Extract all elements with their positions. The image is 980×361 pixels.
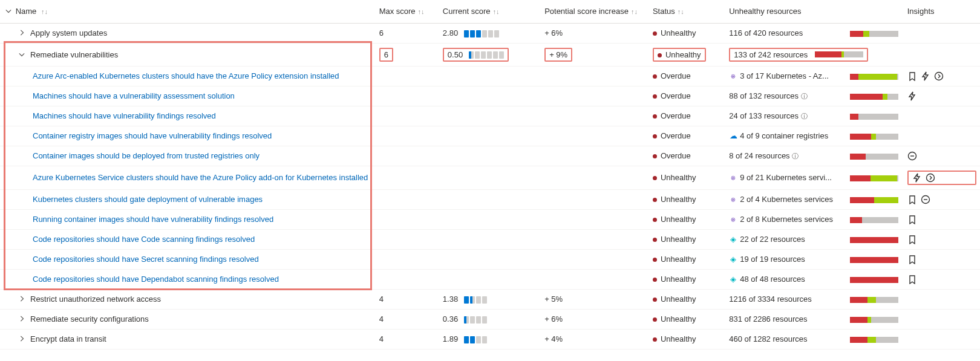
sort-icon: ↑↓ [39, 8, 48, 15]
info-icon[interactable]: ⓘ [792, 152, 799, 160]
col-header-name[interactable]: Name ↑↓ [0, 0, 376, 23]
recommendation-row[interactable]: Code repositories should have Secret sca… [0, 249, 980, 269]
status-cell: Unhealthy [649, 209, 725, 229]
bookmark-icon[interactable] [907, 195, 917, 204]
score-bar [464, 30, 499, 37]
info-icon[interactable]: ⓘ [801, 112, 808, 120]
status-cell: Overdue [649, 66, 725, 86]
group-name-label: Restrict unauthorized network access [30, 294, 161, 304]
chevron-right-icon[interactable] [17, 28, 27, 37]
col-header-max[interactable]: Max score↑↓ [376, 0, 439, 23]
current-score-cell: 1.89 [439, 329, 541, 349]
recommendation-link[interactable]: Container registry images should have vu… [33, 131, 272, 140]
score-bar [464, 316, 487, 324]
status-dot-icon [653, 176, 657, 180]
highlighted-potential: + 9% [544, 48, 572, 62]
group-name-label: Apply system updates [30, 28, 107, 37]
resource-bar [850, 154, 898, 160]
resource-bar [850, 134, 898, 140]
flash-icon[interactable] [921, 71, 930, 81]
circle-minus-icon[interactable] [907, 151, 917, 161]
max-score-cell: 4 [376, 309, 439, 329]
recommendation-link[interactable]: Code repositories should have Dependabot… [33, 275, 279, 284]
recommendation-link[interactable]: Azure Arc-enabled Kubernetes clusters sh… [33, 71, 339, 80]
col-header-current[interactable]: Current score↑↓ [439, 0, 541, 23]
info-icon[interactable]: ⓘ [801, 93, 808, 100]
potential-cell: + 9% [541, 43, 649, 66]
header-row: Name ↑↓ Max score↑↓ Current score↑↓ Pote… [0, 0, 980, 23]
resources-cell: 88 of 132 resources ⓘ [725, 86, 846, 106]
status-label: Overdue [661, 91, 691, 100]
sort-icon: ↑↓ [629, 8, 638, 15]
group-row[interactable]: Remediate vulnerabilities 6 0.50 + 9% Un… [0, 43, 980, 66]
chevron-down-icon[interactable] [17, 50, 27, 59]
circle-minus-icon[interactable] [921, 195, 930, 204]
status-dot-icon [653, 74, 657, 79]
recommendation-link[interactable]: Code repositories should have Code scann… [33, 235, 255, 244]
flash-icon[interactable] [907, 91, 917, 101]
recommendation-row[interactable]: Azure Kubernetes Service clusters should… [0, 166, 980, 189]
bookmark-icon[interactable] [907, 235, 917, 244]
circle-right-icon[interactable] [934, 71, 944, 81]
resource-bar [850, 31, 898, 37]
score-bar [469, 51, 504, 59]
recommendation-link[interactable]: Running container images should have vul… [33, 215, 273, 224]
recommendation-row[interactable]: Container registry images should have vu… [0, 126, 980, 146]
resources-cell: 460 of 1282 resources [725, 329, 846, 349]
chevron-right-icon[interactable] [17, 334, 27, 343]
chevron-right-icon[interactable] [17, 294, 27, 304]
status-label: Unhealthy [661, 255, 696, 264]
recommendation-link[interactable]: Container images should be deployed from… [33, 151, 260, 160]
insights-cell [907, 91, 976, 101]
status-label: Overdue [661, 111, 691, 120]
group-row[interactable]: Remediate security configurations 4 0.36… [0, 309, 980, 329]
recommendation-link[interactable]: Kubernetes clusters should gate deployme… [33, 195, 263, 204]
select-all-chevron-icon[interactable] [4, 7, 13, 16]
col-header-insights: Insights [904, 0, 980, 23]
current-score-cell: 0.50 [439, 43, 541, 66]
status-dot-icon [653, 298, 657, 302]
col-header-unhealthy[interactable]: Unhealthy resources [725, 0, 904, 23]
status-label: Unhealthy [661, 215, 696, 224]
circle-right-icon[interactable] [926, 173, 935, 183]
recommendation-row[interactable]: Azure Arc-enabled Kubernetes clusters sh… [0, 66, 980, 86]
recommendation-row[interactable]: Kubernetes clusters should gate deployme… [0, 189, 980, 209]
recommendation-link[interactable]: Machines should have vulnerability findi… [33, 111, 216, 120]
status-dot-icon [653, 154, 657, 158]
bookmark-icon[interactable] [907, 275, 917, 284]
status-cell: Unhealthy [649, 189, 725, 209]
potential-cell: + 5% [541, 289, 649, 309]
bookmark-icon[interactable] [907, 255, 917, 264]
resource-bar [815, 51, 863, 57]
recommendation-link[interactable]: Machines should have a vulnerability ass… [33, 91, 235, 100]
recommendation-row[interactable]: Code repositories should have Code scann… [0, 229, 980, 249]
col-header-status[interactable]: Status↑↓ [649, 0, 725, 23]
recommendation-link[interactable]: Code repositories should have Secret sca… [33, 255, 259, 264]
recommendation-link[interactable]: Azure Kubernetes Service clusters should… [33, 173, 368, 182]
status-dot-icon [653, 218, 657, 222]
group-row[interactable]: Restrict unauthorized network access 4 1… [0, 289, 980, 309]
current-score-cell: 1.38 [439, 289, 541, 309]
col-header-potential[interactable]: Potential score increase↑↓ [541, 0, 649, 23]
highlighted-max-score: 6 [379, 48, 393, 62]
resource-bar [850, 317, 898, 323]
resource-bar [850, 197, 898, 203]
bookmark-icon[interactable] [907, 215, 917, 224]
resources-cell: 116 of 420 resources [725, 23, 846, 43]
chevron-right-icon[interactable] [17, 314, 27, 324]
score-bar [464, 296, 487, 304]
potential-cell: + 6% [541, 309, 649, 329]
recommendation-row[interactable]: Running container images should have vul… [0, 209, 980, 229]
group-row[interactable]: Apply system updates 6 2.80 + 6% Unhealt… [0, 23, 980, 43]
recommendation-row[interactable]: Container images should be deployed from… [0, 146, 980, 166]
status-dot-icon [653, 94, 657, 99]
flash-icon[interactable] [912, 173, 922, 183]
bookmark-icon[interactable] [907, 71, 917, 81]
group-row[interactable]: Encrypt data in transit 4 1.89 + 4% Unhe… [0, 329, 980, 349]
resources-cell: 1216 of 3334 resources [725, 289, 846, 309]
status-cell: Unhealthy [649, 229, 725, 249]
group-name-label: Remediate vulnerabilities [30, 50, 118, 59]
recommendation-row[interactable]: Machines should have a vulnerability ass… [0, 86, 980, 106]
recommendation-row[interactable]: Code repositories should have Dependabot… [0, 269, 980, 289]
recommendation-row[interactable]: Machines should have vulnerability findi… [0, 106, 980, 126]
